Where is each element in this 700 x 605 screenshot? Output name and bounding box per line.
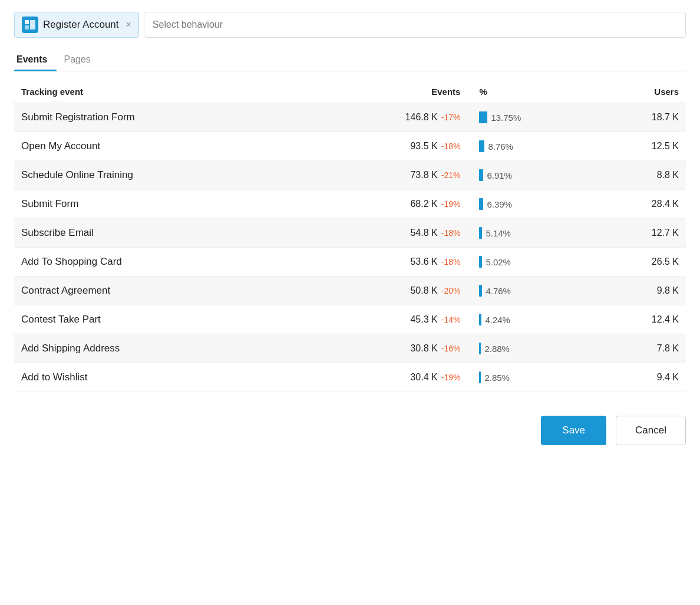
- pct-cell: 6.91%: [467, 161, 590, 190]
- events-change: -21%: [441, 170, 461, 180]
- pct-value: 6.91%: [487, 170, 512, 180]
- pct-value: 8.76%: [488, 142, 513, 152]
- table-row[interactable]: Add To Shopping Card53.6 K-18%5.02%26.5 …: [14, 248, 686, 277]
- event-name-cell: Schedule Online Training: [14, 161, 308, 190]
- header-row: Register Account ×: [14, 12, 686, 38]
- tag-icon: [22, 17, 38, 33]
- event-name-cell: Contest Take Part: [14, 305, 308, 334]
- events-value-cell: 30.8 K-16%: [308, 334, 467, 363]
- col-events: Events: [308, 81, 467, 103]
- events-change: -14%: [441, 315, 461, 324]
- behaviour-input[interactable]: [144, 12, 686, 38]
- pct-cell: 6.39%: [467, 190, 590, 219]
- events-value-cell: 93.5 K-18%: [308, 132, 467, 161]
- users-value-cell: 12.4 K: [590, 305, 686, 334]
- cancel-button[interactable]: Cancel: [616, 416, 686, 445]
- table-row[interactable]: Subscribe Email54.8 K-18%5.14%12.7 K: [14, 219, 686, 248]
- events-change: -19%: [441, 199, 461, 209]
- events-number: 146.8 K: [405, 112, 438, 122]
- event-name-cell: Subscribe Email: [14, 219, 308, 248]
- pct-bar: [479, 314, 481, 325]
- table-row[interactable]: Contest Take Part45.3 K-14%4.24%12.4 K: [14, 305, 686, 334]
- table-row[interactable]: Contract Agreement50.8 K-20%4.76%9.8 K: [14, 277, 686, 305]
- pct-bar: [479, 227, 482, 239]
- tag-label: Register Account: [43, 19, 119, 31]
- users-value-cell: 28.4 K: [590, 190, 686, 219]
- events-number: 54.8 K: [410, 228, 437, 238]
- events-value-cell: 73.8 K-21%: [308, 161, 467, 190]
- close-icon[interactable]: ×: [126, 20, 131, 29]
- tabs-row: Events Pages: [14, 50, 686, 71]
- pct-cell: 13.75%: [467, 103, 590, 132]
- tag-chip[interactable]: Register Account ×: [14, 12, 139, 38]
- users-value-cell: 18.7 K: [590, 103, 686, 132]
- pct-bar: [479, 256, 482, 268]
- pct-value: 4.76%: [486, 286, 511, 296]
- pct-bar: [479, 140, 484, 152]
- events-number: 45.3 K: [410, 314, 437, 324]
- table-row[interactable]: Submit Registration Form146.8 K-17%13.75…: [14, 103, 686, 132]
- events-value-cell: 45.3 K-14%: [308, 305, 467, 334]
- svg-rect-0: [25, 20, 29, 24]
- users-value-cell: 26.5 K: [590, 248, 686, 277]
- events-number: 73.8 K: [410, 170, 437, 180]
- pct-value: 6.39%: [487, 199, 512, 209]
- col-pct: %: [467, 81, 590, 103]
- events-value-cell: 30.4 K-19%: [308, 363, 467, 392]
- event-name-cell: Add to Wishlist: [14, 363, 308, 392]
- events-number: 68.2 K: [410, 199, 437, 209]
- pct-value: 13.75%: [491, 113, 521, 123]
- events-change: -17%: [441, 113, 461, 122]
- event-name-cell: Open My Account: [14, 132, 308, 161]
- events-number: 50.8 K: [410, 285, 437, 295]
- users-value-cell: 9.4 K: [590, 363, 686, 392]
- users-value-cell: 7.8 K: [590, 334, 686, 363]
- table-row[interactable]: Add Shipping Address30.8 K-16%2.88%7.8 K: [14, 334, 686, 363]
- table-row[interactable]: Schedule Online Training73.8 K-21%6.91%8…: [14, 161, 686, 190]
- users-value-cell: 9.8 K: [590, 277, 686, 305]
- event-name-cell: Submit Form: [14, 190, 308, 219]
- event-name-cell: Add To Shopping Card: [14, 248, 308, 277]
- event-name-cell: Contract Agreement: [14, 277, 308, 305]
- table-row[interactable]: Add to Wishlist30.4 K-19%2.85%9.4 K: [14, 363, 686, 392]
- events-change: -18%: [441, 228, 461, 238]
- table-row[interactable]: Submit Form68.2 K-19%6.39%28.4 K: [14, 190, 686, 219]
- footer-row: Save Cancel: [14, 416, 686, 457]
- events-table: Tracking event Events % Users Submit Reg…: [14, 81, 686, 392]
- table-row[interactable]: Open My Account93.5 K-18%8.76%12.5 K: [14, 132, 686, 161]
- events-change: -18%: [441, 257, 461, 267]
- pct-cell: 2.88%: [467, 334, 590, 363]
- events-change: -16%: [441, 344, 461, 353]
- col-users: Users: [590, 81, 686, 103]
- events-number: 30.4 K: [410, 372, 437, 382]
- events-change: -19%: [441, 373, 461, 382]
- pct-cell: 8.76%: [467, 132, 590, 161]
- event-name-cell: Submit Registration Form: [14, 103, 308, 132]
- pct-value: 2.85%: [484, 373, 510, 383]
- pct-cell: 4.76%: [467, 277, 590, 305]
- pct-bar: [479, 169, 483, 181]
- tab-pages[interactable]: Pages: [61, 50, 100, 71]
- events-change: -18%: [441, 142, 461, 151]
- users-value-cell: 12.7 K: [590, 219, 686, 248]
- pct-bar: [479, 343, 481, 354]
- pct-cell: 5.14%: [467, 219, 590, 248]
- users-value-cell: 12.5 K: [590, 132, 686, 161]
- table-header-row: Tracking event Events % Users: [14, 81, 686, 103]
- events-value-cell: 54.8 K-18%: [308, 219, 467, 248]
- events-number: 93.5 K: [410, 141, 437, 151]
- users-value-cell: 8.8 K: [590, 161, 686, 190]
- save-button[interactable]: Save: [541, 416, 606, 445]
- svg-rect-1: [25, 25, 29, 29]
- events-change: -20%: [441, 286, 461, 295]
- pct-value: 5.02%: [486, 257, 511, 267]
- pct-cell: 2.85%: [467, 363, 590, 392]
- events-value-cell: 146.8 K-17%: [308, 103, 467, 132]
- tab-events[interactable]: Events: [14, 50, 57, 71]
- events-number: 30.8 K: [410, 343, 437, 353]
- svg-rect-2: [30, 20, 35, 29]
- pct-value: 2.88%: [484, 344, 510, 354]
- event-name-cell: Add Shipping Address: [14, 334, 308, 363]
- events-value-cell: 53.6 K-18%: [308, 248, 467, 277]
- pct-bar: [479, 285, 482, 297]
